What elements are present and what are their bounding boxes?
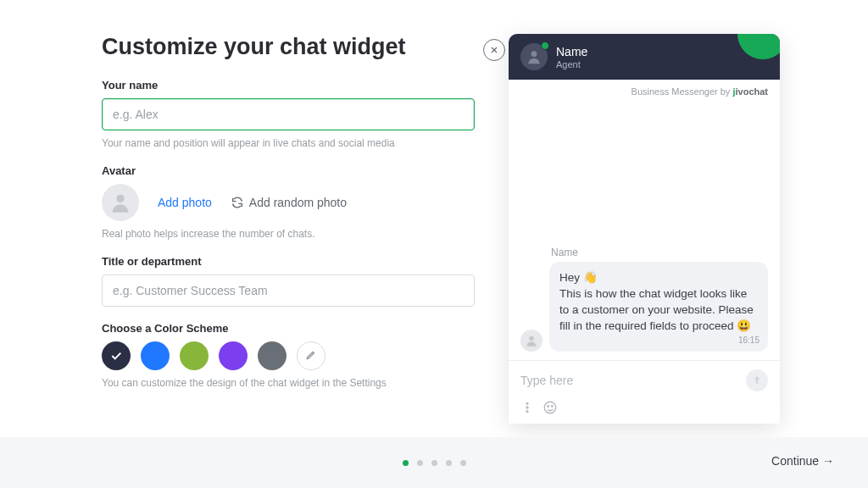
powered-by: Business Messenger by jivochat	[509, 80, 780, 98]
chat-header: Name Agent	[509, 34, 780, 80]
svg-point-5	[526, 411, 528, 413]
color-picker-button[interactable]	[297, 341, 326, 370]
arrow-up-icon	[751, 374, 763, 386]
add-random-label: Add random photo	[249, 196, 347, 209]
message-avatar	[520, 330, 542, 352]
step-dot-3[interactable]	[431, 460, 437, 466]
chat-input-area: Type here	[509, 360, 780, 424]
svg-point-2	[529, 336, 533, 341]
svg-point-6	[544, 402, 556, 413]
message-time: 16:15	[738, 335, 760, 347]
title-label: Title or department	[102, 255, 475, 268]
chat-header-name: Name	[556, 45, 587, 58]
svg-point-4	[526, 407, 528, 408]
name-section: Your name Your name and position will ap…	[102, 79, 475, 149]
svg-point-8	[552, 406, 554, 408]
close-preview-button[interactable]	[483, 39, 505, 61]
powered-brand: ivochat	[735, 86, 768, 97]
message-bubble: Hey 👋 This is how the chat widget looks …	[549, 262, 768, 352]
avatar-help: Real photo helps increase the number of …	[102, 228, 475, 240]
svg-point-7	[548, 406, 549, 408]
chat-header-avatar	[520, 43, 548, 70]
eyedropper-icon	[304, 349, 318, 363]
check-icon	[109, 349, 123, 363]
footer-bar: Continue →	[0, 437, 868, 488]
continue-button[interactable]: Continue →	[771, 454, 834, 468]
refresh-icon	[231, 196, 244, 209]
name-label: Your name	[102, 79, 475, 92]
name-help: Your name and position will appear in li…	[102, 137, 475, 149]
color-section: Choose a Color Scheme You can customize …	[102, 322, 475, 389]
person-icon	[525, 334, 538, 347]
color-swatch-2[interactable]	[141, 341, 170, 370]
chat-input-placeholder[interactable]: Type here	[520, 374, 573, 387]
name-input[interactable]	[102, 98, 475, 130]
add-photo-button[interactable]: Add photo	[158, 196, 212, 209]
step-dot-4[interactable]	[446, 460, 452, 466]
step-dot-2[interactable]	[417, 460, 423, 466]
color-swatch-4[interactable]	[219, 341, 248, 370]
close-icon	[489, 45, 499, 55]
message-text: Hey 👋 This is how the chat widget looks …	[559, 271, 754, 332]
chat-preview: Name Agent Business Messenger by jivocha…	[509, 34, 780, 424]
color-swatch-5[interactable]	[258, 341, 287, 370]
color-swatch-1[interactable]	[102, 341, 131, 370]
avatar-section: Avatar Add photo Add random photo Real p…	[102, 164, 475, 240]
svg-point-1	[531, 51, 537, 57]
person-icon	[526, 48, 542, 65]
send-button[interactable]	[746, 369, 768, 391]
color-help: You can customize the design of the chat…	[102, 377, 475, 389]
color-swatch-3[interactable]	[180, 341, 209, 370]
powered-prefix: Business Messenger by	[632, 86, 733, 97]
title-section: Title or department	[102, 255, 475, 307]
step-indicator	[403, 460, 466, 466]
chat-header-role: Agent	[556, 59, 587, 69]
add-random-photo-button[interactable]: Add random photo	[231, 196, 347, 209]
avatar-label: Avatar	[102, 164, 475, 177]
svg-point-0	[116, 195, 124, 202]
title-input[interactable]	[102, 274, 475, 307]
svg-point-3	[526, 402, 528, 404]
emoji-icon[interactable]	[542, 400, 558, 415]
message-sender-name: Name	[549, 247, 768, 258]
step-dot-5[interactable]	[460, 460, 466, 466]
avatar-placeholder	[102, 184, 139, 221]
more-icon[interactable]	[520, 401, 534, 414]
color-label: Choose a Color Scheme	[102, 322, 475, 335]
page-title: Customize your chat widget	[102, 34, 475, 60]
step-dot-1[interactable]	[403, 460, 409, 466]
person-icon	[108, 191, 132, 214]
